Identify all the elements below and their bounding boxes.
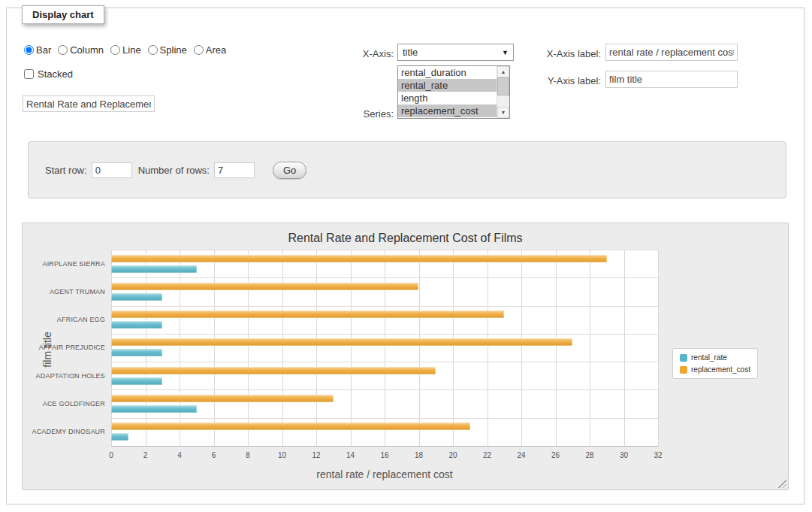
y-axis-label-label: Y-Axis label: bbox=[472, 75, 601, 86]
chart-panel: Rental Rate and Replacement Cost of Film… bbox=[22, 223, 789, 490]
chart-type-option-bar[interactable]: Bar bbox=[24, 44, 51, 56]
radio-label: Column bbox=[70, 44, 104, 56]
x-tick: 30 bbox=[620, 451, 628, 459]
x-tick: 0 bbox=[109, 451, 113, 459]
bar-rental_rate[interactable] bbox=[111, 377, 162, 385]
x-tick: 14 bbox=[346, 451, 355, 459]
x-tick: 26 bbox=[551, 451, 560, 459]
plot-area: AIRPLANE SIERRAAGENT TRUMANAFRICAN EGGAF… bbox=[111, 250, 658, 447]
chart-title: Rental Rate and Replacement Cost of Film… bbox=[23, 232, 788, 245]
bar-group bbox=[111, 418, 658, 446]
category-label: ADAPTATION HOLES bbox=[23, 362, 105, 389]
radio-label: Line bbox=[122, 44, 141, 56]
display-chart-panel: Display chart BarColumnLineSplineArea St… bbox=[6, 8, 804, 504]
bar-replacement_cost[interactable] bbox=[111, 255, 607, 262]
radio-label: Area bbox=[206, 44, 226, 56]
radio-area[interactable] bbox=[194, 45, 204, 55]
x-axis-title: rental rate / replacement cost bbox=[111, 468, 658, 480]
x-tick: 28 bbox=[585, 451, 593, 459]
chart-type-option-line[interactable]: Line bbox=[110, 44, 141, 56]
bar-rows bbox=[111, 250, 658, 446]
chart-type-option-spline[interactable]: Spline bbox=[148, 44, 187, 56]
category-label: ACADEMY DINOSAUR bbox=[23, 418, 105, 446]
stacked-option[interactable]: Stacked bbox=[24, 68, 73, 80]
panel-title: Display chart bbox=[22, 5, 104, 24]
legend-item-rental_rate[interactable]: rental_rate bbox=[680, 353, 750, 362]
category-label: AFRICAN EGG bbox=[23, 306, 105, 334]
x-tick: 2 bbox=[143, 451, 148, 459]
legend-item-replacement_cost[interactable]: replacement_cost bbox=[680, 365, 750, 374]
series-option-length[interactable]: length bbox=[398, 92, 497, 105]
x-axis-label-input[interactable] bbox=[605, 44, 738, 61]
category-label: AGENT TRUMAN bbox=[23, 277, 105, 305]
stacked-label: Stacked bbox=[38, 68, 73, 80]
legend-swatch-icon bbox=[680, 366, 687, 374]
series-option-replacement_cost[interactable]: replacement_cost bbox=[398, 105, 497, 117]
radio-bar[interactable] bbox=[24, 45, 34, 55]
resize-handle-icon[interactable] bbox=[777, 479, 786, 488]
bar-rental_rate[interactable] bbox=[111, 265, 197, 273]
series-select-label: Series: bbox=[318, 108, 394, 120]
bar-rental_rate[interactable] bbox=[111, 349, 162, 356]
x-tick: 18 bbox=[415, 451, 423, 459]
legend-swatch-icon bbox=[680, 354, 687, 362]
category-label: AFFAIR PREJUDICE bbox=[23, 334, 105, 362]
bar-rental_rate[interactable] bbox=[111, 321, 162, 329]
x-tick: 32 bbox=[654, 451, 662, 459]
x-axis-select-label: X-Axis: bbox=[318, 48, 394, 59]
legend-label: replacement_cost bbox=[691, 365, 750, 374]
scroll-down-icon[interactable]: ▼ bbox=[497, 107, 509, 118]
bar-group bbox=[111, 306, 658, 334]
series-scrollbar[interactable]: ▲ ▼ bbox=[497, 66, 509, 118]
series-options: rental_durationrental_ratelengthreplacem… bbox=[398, 66, 497, 118]
series-listbox[interactable]: rental_durationrental_ratelengthreplacem… bbox=[397, 65, 510, 119]
radio-line[interactable] bbox=[110, 45, 120, 55]
bar-group bbox=[111, 362, 658, 389]
chart-title-input[interactable] bbox=[23, 95, 155, 112]
radio-column[interactable] bbox=[58, 45, 68, 55]
radio-label: Spline bbox=[160, 44, 187, 56]
bar-replacement_cost[interactable] bbox=[111, 283, 418, 290]
bar-group bbox=[111, 277, 658, 305]
x-tick: 12 bbox=[312, 451, 320, 459]
legend-label: rental_rate bbox=[691, 353, 727, 362]
bar-replacement_cost[interactable] bbox=[111, 311, 504, 318]
x-tick: 16 bbox=[380, 451, 388, 459]
category-label: ACE GOLDFINGER bbox=[23, 389, 105, 417]
x-tick: 22 bbox=[483, 451, 491, 459]
num-rows-label: Number of rows: bbox=[138, 165, 210, 176]
bar-group bbox=[111, 334, 658, 362]
bar-rental_rate[interactable] bbox=[111, 433, 128, 441]
go-button[interactable]: Go bbox=[273, 162, 306, 179]
y-axis-label-input[interactable] bbox=[605, 71, 738, 88]
num-rows-input[interactable] bbox=[214, 162, 255, 178]
x-tick: 10 bbox=[278, 451, 286, 459]
category-label: AIRPLANE SIERRA bbox=[23, 250, 105, 277]
x-axis-selected-value: title bbox=[403, 47, 418, 58]
bar-rental_rate[interactable] bbox=[111, 293, 162, 301]
bar-replacement_cost[interactable] bbox=[111, 423, 470, 430]
bar-replacement_cost[interactable] bbox=[111, 367, 436, 374]
stacked-checkbox[interactable] bbox=[24, 69, 34, 79]
chart-legend: rental_ratereplacement_cost bbox=[672, 348, 758, 379]
chart-type-option-area[interactable]: Area bbox=[194, 44, 226, 56]
x-axis-label-label: X-Axis label: bbox=[472, 48, 601, 59]
gridline bbox=[658, 250, 659, 446]
x-tick: 20 bbox=[448, 451, 457, 459]
bar-replacement_cost[interactable] bbox=[111, 338, 572, 346]
bar-group bbox=[111, 389, 658, 417]
x-tick-labels: 02468101214161820222426283032 bbox=[111, 451, 658, 462]
category-labels: AIRPLANE SIERRAAGENT TRUMANAFRICAN EGGAF… bbox=[23, 250, 105, 446]
row-controls-panel: Start row: Number of rows: Go bbox=[28, 141, 786, 198]
bar-group bbox=[111, 250, 658, 277]
radio-label: Bar bbox=[36, 44, 51, 56]
x-tick: 24 bbox=[517, 451, 525, 459]
x-tick: 8 bbox=[246, 451, 250, 459]
bar-rental_rate[interactable] bbox=[111, 405, 197, 413]
start-row-input[interactable] bbox=[92, 162, 132, 178]
chart-type-option-column[interactable]: Column bbox=[58, 44, 104, 56]
radio-spline[interactable] bbox=[148, 45, 158, 55]
chart-type-radios: BarColumnLineSplineArea bbox=[24, 44, 226, 56]
x-tick: 4 bbox=[177, 451, 182, 459]
bar-replacement_cost[interactable] bbox=[111, 395, 334, 402]
